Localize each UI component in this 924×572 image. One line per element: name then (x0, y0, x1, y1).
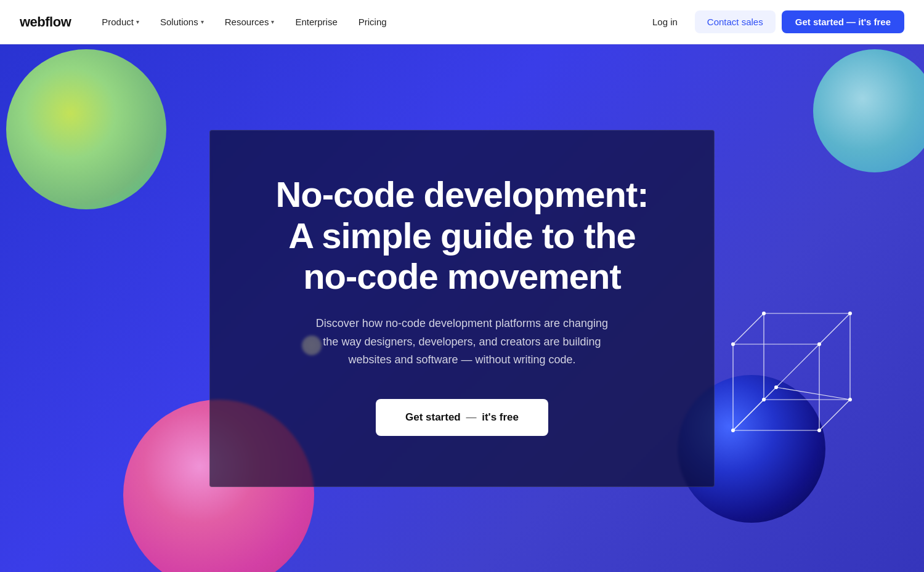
svg-line-12 (776, 344, 819, 387)
wireframe-cube-graphic (696, 295, 869, 492)
orb-teal (813, 49, 924, 172)
nav-item-pricing[interactable]: Pricing (350, 12, 395, 32)
svg-line-10 (819, 400, 850, 430)
nav-item-product[interactable]: Product ▾ (93, 12, 148, 32)
svg-point-19 (762, 312, 766, 315)
get-started-nav-button[interactable]: Get started — it's free (782, 10, 904, 33)
svg-point-17 (817, 429, 821, 432)
navigation: webflow Product ▾ Solutions ▾ Resources … (0, 0, 924, 44)
nav-item-enterprise[interactable]: Enterprise (286, 12, 346, 32)
orb-green (6, 49, 166, 209)
hero-subtitle: Discover how no-code development platfor… (311, 315, 613, 369)
nav-actions: Log in Contact sales Get started — it's … (641, 10, 904, 33)
hero-title: No-code development: A simple guide to t… (259, 174, 665, 297)
svg-point-23 (774, 385, 778, 389)
svg-point-21 (848, 398, 852, 401)
nav-item-resources[interactable]: Resources ▾ (216, 12, 283, 32)
nav-item-solutions[interactable]: Solutions ▾ (152, 12, 213, 32)
svg-point-16 (817, 342, 821, 346)
get-started-hero-button[interactable]: Get started — it's free (376, 399, 548, 436)
svg-point-18 (731, 429, 735, 432)
login-button[interactable]: Log in (641, 10, 689, 33)
svg-point-22 (762, 398, 766, 401)
svg-point-20 (848, 312, 852, 315)
hero-section: No-code development: A simple guide to t… (0, 0, 924, 572)
contact-sales-button[interactable]: Contact sales (695, 10, 776, 33)
nav-links: Product ▾ Solutions ▾ Resources ▾ Enterp… (93, 12, 641, 32)
chevron-down-icon: ▾ (271, 18, 274, 25)
svg-line-8 (733, 313, 764, 344)
svg-line-9 (819, 313, 850, 344)
svg-point-15 (731, 342, 735, 346)
svg-line-13 (733, 387, 776, 430)
svg-line-14 (776, 387, 850, 400)
chevron-down-icon: ▾ (136, 18, 139, 25)
chevron-down-icon: ▾ (201, 18, 204, 25)
logo[interactable]: webflow (20, 14, 71, 30)
hero-panel: No-code development: A simple guide to t… (209, 130, 715, 487)
